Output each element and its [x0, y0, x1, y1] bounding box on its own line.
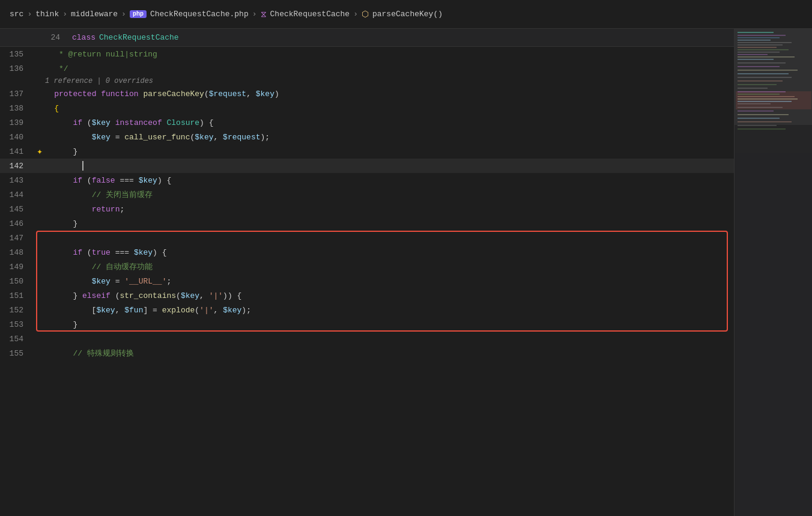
code-line-137: 137 protected function parseCacheKey($re… [0, 87, 734, 101]
svg-rect-32 [738, 125, 777, 126]
line-content-152: [$key, $fun] = explode('|', $key); [33, 306, 734, 315]
line-content-155: // 特殊规则转换 [33, 348, 734, 359]
line-content-148: if (true === $key) { [33, 248, 734, 257]
line-num-151: 151 [0, 291, 33, 300]
code-line-149: 149 // 自动缓存功能 [0, 260, 734, 274]
breadcrumb-src[interactable]: src [10, 10, 23, 19]
class-keyword: class [72, 33, 95, 42]
breadcrumb-sep-3: › [121, 10, 126, 19]
code-line-138: 138 { [0, 101, 734, 115]
class-line-number: 24 [36, 33, 60, 42]
line-num-149: 149 [0, 263, 33, 272]
svg-rect-34 [735, 29, 812, 125]
breadcrumb-think[interactable]: think [35, 10, 59, 19]
breadcrumb-class[interactable]: CheckRequestCache [270, 10, 350, 19]
line-num-138: 138 [0, 104, 33, 113]
line-content-145: return; [33, 205, 734, 214]
code-line-140: 140 $key = call_user_func($key, $request… [0, 130, 734, 144]
code-line-136: 136 */ [0, 61, 734, 76]
line-content-151: } elseif (str_contains($key, '|')) { [33, 291, 734, 300]
line-num-146: 146 [0, 219, 33, 228]
minimap-content [735, 29, 812, 516]
line-num-154: 154 [0, 335, 33, 344]
line-num-140: 140 [0, 133, 33, 142]
code-line-144: 144 // 关闭当前缓存 [0, 187, 734, 202]
breadcrumb-sep-1: › [27, 10, 32, 19]
code-line-142: 142 [0, 159, 734, 173]
svg-rect-33 [738, 129, 786, 130]
line-content-137: protected function parseCacheKey($reques… [33, 90, 734, 99]
method-icon: ⬡ [362, 9, 369, 19]
class-name: CheckRequestCache [99, 33, 179, 42]
line-content-144: // 关闭当前缓存 [33, 189, 734, 200]
line-num-139: 139 [0, 118, 33, 127]
code-line-154: 154 [0, 332, 734, 346]
line-num-147: 147 [0, 234, 33, 243]
breadcrumb: src › think › middleware › php CheckRequ… [0, 0, 812, 29]
code-line-148: 148 if (true === $key) { [0, 245, 734, 260]
ref-info-text: 1 reference | 0 overrides [45, 77, 153, 85]
editor-area[interactable]: 24 class CheckRequestCache 135 * @return… [0, 29, 734, 516]
breadcrumb-sep-2: › [62, 10, 67, 19]
code-line-145: 145 return; [0, 202, 734, 216]
breadcrumb-middleware[interactable]: middleware [71, 10, 118, 19]
breadcrumb-file[interactable]: CheckRequestCache.php [150, 10, 249, 19]
line-num-136: 136 [0, 64, 33, 73]
code-line-146: 146 } [0, 216, 734, 231]
line-num-152: 152 [0, 306, 33, 315]
line-num-137: 137 [0, 90, 33, 99]
line-num-155: 155 [0, 349, 33, 358]
breadcrumb-sep-4: › [252, 10, 257, 19]
code-line-153: 153 } [0, 317, 734, 332]
code-line-151: 151 } elseif (str_contains($key, '|')) { [0, 288, 734, 303]
red-box-region: 147 148 if (true === $key) { 149 // 自动缓存… [0, 231, 734, 332]
line-num-142: 142 [0, 162, 33, 171]
line-content-139: if ($key instanceof Closure) { [33, 118, 734, 127]
line-num-143: 143 [0, 176, 33, 185]
line-num-135: 135 [0, 50, 33, 59]
class-header-line: 24 class CheckRequestCache [0, 29, 734, 47]
php-badge: php [130, 10, 147, 18]
line-num-148: 148 [0, 248, 33, 257]
breadcrumb-sep-5: › [353, 10, 358, 19]
line-content-136: */ [33, 64, 734, 73]
line-num-150: 150 [0, 277, 33, 286]
minimap [734, 29, 812, 516]
code-line-147: 147 [0, 231, 734, 245]
line-num-141: 141 [0, 147, 33, 156]
line-content-138: { [33, 104, 734, 113]
main-container: 24 class CheckRequestCache 135 * @return… [0, 29, 812, 516]
code-line-135: 135 * @return null|string [0, 47, 734, 61]
code-line-152: 152 [$key, $fun] = explode('|', $key); [0, 303, 734, 317]
code-container[interactable]: 135 * @return null|string 136 */ 1 refer… [0, 47, 734, 516]
line-content-150: $key = '__URL__'; [33, 277, 734, 286]
line-content-149: // 自动缓存功能 [33, 261, 734, 272]
code-line-155: 155 // 特殊规则转换 [0, 346, 734, 360]
line-content-153: } [33, 320, 734, 329]
breadcrumb-method[interactable]: parseCacheKey() [372, 10, 443, 19]
line-num-144: 144 [0, 190, 33, 199]
line-num-145: 145 [0, 205, 33, 214]
line-num-153: 153 [0, 320, 33, 329]
line-content-140: $key = call_user_func($key, $request); [33, 133, 734, 142]
class-icon: ⧖ [261, 10, 267, 19]
code-line-143: 143 if (false === $key) { [0, 173, 734, 187]
code-line-139: 139 if ($key instanceof Closure) { [0, 115, 734, 130]
cursor [82, 161, 83, 171]
line-content-146: } [33, 219, 734, 228]
line-content-143: if (false === $key) { [33, 176, 734, 185]
code-line-150: 150 $key = '__URL__'; [0, 274, 734, 288]
reference-info: 1 reference | 0 overrides [0, 76, 734, 87]
line-content-135: * @return null|string [33, 50, 734, 59]
